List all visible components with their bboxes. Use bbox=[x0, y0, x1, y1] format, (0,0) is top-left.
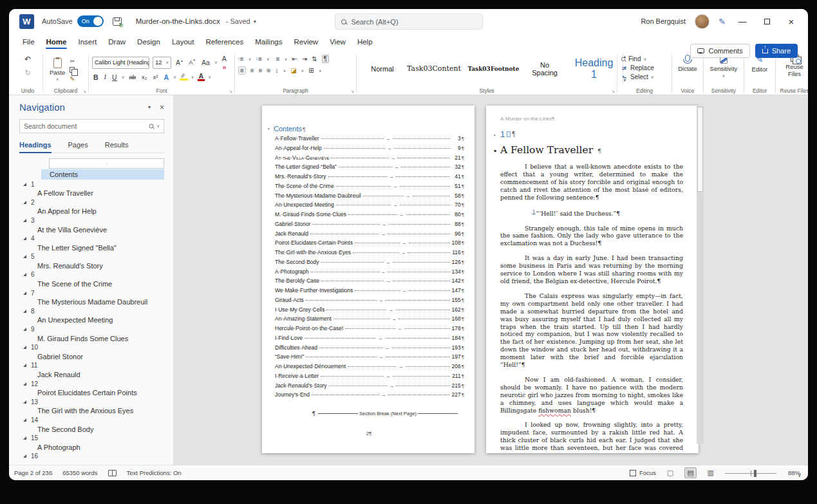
ribbon-tab[interactable]: Insert bbox=[72, 38, 102, 50]
ribbon-tab[interactable]: Home bbox=[41, 38, 73, 50]
replace-button[interactable]: ⇄Replace bbox=[621, 64, 668, 71]
nav-heading-item[interactable]: 12 bbox=[19, 379, 164, 388]
align-left-button[interactable]: ≡ bbox=[238, 66, 246, 75]
underline-button[interactable]: U bbox=[111, 73, 118, 81]
nav-heading-item[interactable]: 13 bbox=[19, 397, 164, 406]
expand-triangle-icon[interactable] bbox=[23, 328, 26, 331]
shrink-font-button[interactable]: A bbox=[188, 59, 197, 66]
subscript-button[interactable]: x₂ bbox=[140, 73, 148, 80]
align-right-button[interactable]: ≡ bbox=[259, 67, 263, 74]
ribbon-tab[interactable]: Help bbox=[352, 38, 379, 50]
ribbon-tab[interactable]: Mailings bbox=[249, 38, 288, 50]
nav-heading-item[interactable]: The Letter Signed "Bella" bbox=[19, 243, 164, 252]
format-painter-button[interactable]: ✎ bbox=[70, 75, 75, 82]
saved-status[interactable]: - Saved bbox=[226, 17, 250, 25]
scrollbar-thumb[interactable] bbox=[697, 107, 703, 192]
expand-triangle-icon[interactable] bbox=[23, 255, 26, 258]
nav-heading-item[interactable]: 10 bbox=[19, 343, 164, 352]
comments-button[interactable]: Comments bbox=[690, 44, 749, 58]
save-icon[interactable] bbox=[113, 17, 122, 26]
justify-button[interactable]: ≡ bbox=[267, 67, 271, 74]
expand-triangle-icon[interactable] bbox=[23, 346, 26, 349]
font-color-button[interactable]: A bbox=[198, 73, 205, 81]
sort-button[interactable]: ⇅ bbox=[312, 55, 317, 62]
focus-button[interactable]: Focus bbox=[630, 469, 656, 476]
line-spacing-button[interactable]: ↕ bbox=[275, 67, 278, 74]
nav-heading-item[interactable]: 2 bbox=[19, 198, 164, 207]
navigation-search-input[interactable] bbox=[24, 122, 149, 130]
web-layout-button[interactable]: ▥ bbox=[705, 467, 717, 478]
expand-triangle-icon[interactable] bbox=[23, 237, 26, 240]
print-layout-button[interactable]: ▤ bbox=[684, 467, 696, 478]
align-center-button[interactable]: ≡ bbox=[250, 67, 254, 74]
expand-triangle-icon[interactable] bbox=[23, 400, 26, 404]
strikethrough-button[interactable]: ab bbox=[127, 73, 137, 80]
find-button[interactable]: Find∨ bbox=[621, 55, 668, 62]
nav-heading-item[interactable]: 11 bbox=[19, 361, 164, 370]
superscript-button[interactable]: x² bbox=[151, 73, 159, 80]
font-size-select[interactable]: 12∨ bbox=[153, 57, 171, 69]
paragraph-dialog-launcher[interactable]: ↘ bbox=[350, 89, 354, 94]
highlight-button[interactable] bbox=[180, 73, 188, 80]
page-indicator[interactable]: Page 2 of 236 bbox=[14, 469, 52, 476]
close-button[interactable]: × bbox=[784, 16, 799, 27]
zoom-slider-thumb[interactable] bbox=[754, 470, 756, 477]
ribbon-tab[interactable]: Review bbox=[288, 38, 324, 50]
expand-triangle-icon[interactable] bbox=[23, 418, 26, 422]
bullets-button[interactable]: ≡ bbox=[238, 55, 244, 62]
text-effects-button[interactable]: A bbox=[162, 73, 170, 81]
nav-heading-item[interactable]: 3 bbox=[19, 216, 164, 225]
nav-heading-item[interactable]: · bbox=[49, 158, 164, 169]
zoom-slider[interactable] bbox=[725, 469, 776, 477]
nav-heading-item[interactable]: M. Giraud Finds Some Clues bbox=[19, 334, 164, 343]
increase-indent-button[interactable]: ⇥ bbox=[302, 55, 307, 62]
nav-heading-item[interactable]: Jack Renauld bbox=[19, 370, 164, 379]
ribbon-tab[interactable]: View bbox=[324, 38, 352, 50]
nav-heading-item[interactable]: 7 bbox=[19, 288, 164, 297]
expand-triangle-icon[interactable] bbox=[23, 454, 26, 458]
search-input[interactable] bbox=[352, 18, 461, 26]
nav-heading-item[interactable]: 9 bbox=[19, 325, 164, 334]
read-mode-button[interactable]: ▢ bbox=[664, 467, 676, 478]
navigation-search-icon[interactable] bbox=[149, 124, 154, 129]
numbering-button[interactable]: ≡ bbox=[256, 55, 262, 62]
decrease-indent-button[interactable]: ⇤ bbox=[292, 55, 297, 62]
expand-triangle-icon[interactable] bbox=[23, 436, 26, 440]
nav-heading-item[interactable]: Mrs. Renauld's Story bbox=[19, 261, 164, 270]
user-name[interactable]: Ron Bergquist bbox=[641, 17, 686, 25]
expand-triangle-icon[interactable] bbox=[23, 364, 26, 367]
ink-editor-icon[interactable]: ✎ bbox=[718, 17, 726, 26]
clear-formatting-button[interactable]: A bbox=[221, 55, 231, 70]
select-button[interactable]: ↖Select∨ bbox=[621, 73, 668, 80]
clipboard-dialog-launcher[interactable]: ↘ bbox=[82, 89, 86, 94]
expand-triangle-icon[interactable] bbox=[23, 201, 26, 204]
nav-heading-item[interactable]: 1 bbox=[19, 180, 164, 189]
nav-heading-item[interactable]: The Girl with the Anxious Eyes bbox=[19, 406, 164, 415]
nav-heading-item[interactable]: The Mysterious Madame Daubreuil bbox=[19, 297, 164, 306]
nav-heading-item[interactable]: Poirot Elucidates Certain Points bbox=[19, 388, 164, 397]
autosave-toggle[interactable]: On bbox=[77, 15, 104, 27]
change-case-button[interactable]: Aa bbox=[200, 59, 211, 66]
ribbon-tab[interactable]: File bbox=[17, 38, 41, 50]
nav-heading-item[interactable]: An Unexpected Meeting bbox=[19, 315, 164, 324]
navigation-close-icon[interactable]: × bbox=[160, 103, 164, 112]
nav-heading-item[interactable]: An Appeal for Help bbox=[19, 207, 164, 216]
borders-button[interactable]: ⊞ bbox=[308, 67, 314, 74]
nav-heading-item[interactable]: A Photograph bbox=[19, 443, 164, 452]
expand-triangle-icon[interactable] bbox=[23, 382, 26, 386]
font-dialog-launcher[interactable]: ↘ bbox=[229, 89, 232, 94]
navigation-tab[interactable]: Results bbox=[105, 141, 129, 149]
nav-heading-item[interactable]: 15 bbox=[19, 434, 164, 443]
proofing-icon[interactable] bbox=[108, 470, 117, 476]
style-gallery-item[interactable]: Normal bbox=[362, 56, 402, 82]
text-predictions[interactable]: Text Predictions: On bbox=[127, 469, 182, 476]
nav-heading-item[interactable]: 14 bbox=[19, 415, 164, 424]
nav-heading-item[interactable]: A Fellow Traveller bbox=[19, 189, 164, 198]
expand-triangle-icon[interactable] bbox=[23, 292, 26, 295]
word-logo-icon[interactable]: W bbox=[19, 14, 34, 29]
word-count[interactable]: 65350 words bbox=[62, 469, 97, 476]
nav-heading-item[interactable]: The Scene of the Crime bbox=[19, 279, 164, 288]
copy-button[interactable] bbox=[70, 67, 75, 73]
ribbon-tab[interactable]: Layout bbox=[166, 38, 200, 50]
nav-heading-item[interactable]: 8 bbox=[19, 306, 164, 315]
